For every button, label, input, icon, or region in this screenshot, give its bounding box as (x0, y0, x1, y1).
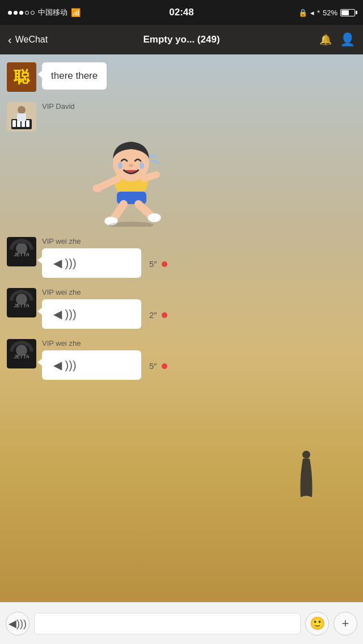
back-label: WeChat (15, 35, 48, 45)
sticker-nobita (77, 113, 179, 227)
avatar-4[interactable]: JETTA (7, 288, 36, 317)
avatar-jetta-1: JETTA (7, 237, 36, 266)
voice-bubble-5[interactable]: ◀ ))) (42, 350, 141, 380)
nav-right-icons: 🔔 👤 (319, 32, 355, 47)
voice-msg-wrapper-5: VIP wei zhe ◀ ))) 5″ (42, 339, 167, 380)
voice-wave-icon-3: ◀ ))) (53, 256, 77, 270)
signal-dot-4 (25, 11, 29, 15)
battery-icon (340, 9, 355, 16)
svg-point-20 (140, 162, 144, 169)
svg-point-6 (18, 106, 26, 114)
avatar-2[interactable] (7, 102, 36, 132)
svg-point-15 (92, 184, 103, 192)
desert-person-decoration (295, 449, 318, 500)
svg-point-13 (147, 213, 161, 222)
message-row-1: 聪 there there (7, 62, 356, 92)
unread-dot-3 (162, 261, 167, 267)
bell-muted-icon[interactable]: 🔔 (319, 33, 332, 46)
sender-name-5: VIP wei zhe (42, 339, 167, 348)
voice-btn-icon: ◀))) (9, 617, 27, 630)
more-button[interactable]: + (334, 612, 357, 635)
svg-point-18 (129, 164, 133, 167)
nav-back-button[interactable]: ‹ WeChat (8, 33, 48, 46)
avatar-3[interactable]: JETTA (7, 237, 36, 266)
nav-title: Empty yo... (249) (143, 34, 220, 45)
svg-rect-7 (17, 113, 26, 121)
wifi-icon: 📶 (71, 8, 81, 17)
text-bubble-1: there there (42, 62, 107, 90)
status-bar: 中国移动 📶 02:48 🔒 ◂ * 52% (0, 0, 363, 25)
signal-dot-3 (19, 11, 23, 15)
message-row-4: JETTA VIP wei zhe ◀ ))) 2″ (7, 288, 356, 329)
status-time: 02:48 (169, 7, 193, 18)
unread-dot-5 (162, 363, 167, 369)
messages-list: 聪 there there (0, 54, 363, 398)
signal-dot-2 (14, 11, 18, 15)
back-chevron-icon: ‹ (8, 33, 12, 46)
sender-name-2: VIP David (42, 102, 179, 111)
bluetooth-icon: * (317, 9, 320, 17)
sticker-column-2: VIP David (42, 102, 179, 227)
nav-bar: ‹ WeChat Empty yo... (249) 🔔 👤 (0, 25, 363, 54)
duration-label-4: 2″ (149, 309, 157, 320)
svg-line-12 (138, 204, 151, 215)
location-icon: ◂ (310, 9, 314, 17)
avatar-kanji-char: 聪 (7, 62, 36, 92)
voice-msg-wrapper-4: VIP wei zhe ◀ ))) 2″ (42, 288, 167, 329)
duration-label-3: 5″ (149, 258, 157, 269)
avatar-jetta-3: JETTA (7, 339, 36, 368)
voice-bubble-3[interactable]: ◀ ))) (42, 248, 141, 278)
voice-msg-wrapper-3: VIP wei zhe ◀ ))) 5″ (42, 237, 167, 278)
svg-rect-5 (26, 120, 29, 127)
emoji-button[interactable]: 🙂 (305, 612, 329, 635)
svg-point-24 (16, 243, 27, 254)
avatar-david-img (7, 102, 36, 132)
bubble-wrapper-1: there there (42, 62, 107, 90)
voice-wave-icon-5: ◀ ))) (53, 358, 77, 372)
avatar-jetta-2: JETTA (7, 288, 36, 317)
status-left: 中国移动 📶 (8, 7, 81, 18)
sender-name-4: VIP wei zhe (42, 288, 167, 296)
signal-dot-1 (8, 11, 12, 15)
avatar-1[interactable]: 聪 (7, 62, 36, 92)
emoji-icon: 🙂 (310, 616, 325, 631)
signal-dot-5 (31, 11, 35, 15)
bottom-toolbar: ◀))) 🙂 + (0, 602, 363, 644)
message-row-2: VIP David (7, 102, 356, 227)
avatar-5[interactable]: JETTA (7, 339, 36, 368)
voice-wave-icon-4: ◀ ))) (53, 307, 77, 321)
svg-point-30 (16, 345, 27, 356)
duration-label-5: 5″ (149, 360, 157, 371)
voice-input-button[interactable]: ◀))) (6, 612, 29, 635)
svg-line-16 (144, 175, 157, 179)
svg-point-31 (302, 451, 310, 459)
plus-icon: + (342, 616, 349, 631)
voice-bubble-4[interactable]: ◀ ))) (42, 299, 141, 329)
svg-rect-2 (12, 120, 16, 127)
sender-name-3: VIP wei zhe (42, 237, 167, 245)
bubble-text-1: there there (51, 70, 98, 81)
message-input[interactable] (34, 613, 301, 634)
carrier-label: 中国移动 (38, 7, 67, 18)
status-right: 🔒 ◂ * 52% (298, 9, 355, 17)
signal-dots (8, 11, 35, 15)
contact-icon[interactable]: 👤 (340, 32, 355, 47)
sticker-container-2 (77, 113, 179, 227)
unread-dot-4 (162, 312, 167, 318)
message-row-5: JETTA VIP wei zhe ◀ ))) 5″ (7, 339, 356, 380)
chat-area: 聪 there there (0, 54, 363, 602)
svg-point-19 (118, 162, 123, 169)
svg-line-10 (114, 204, 124, 218)
lock-icon: 🔒 (298, 9, 307, 17)
message-row-3: JETTA VIP wei zhe ◀ ))) 5″ (7, 237, 356, 278)
battery-fill (341, 10, 349, 15)
battery-percent: 52% (323, 9, 337, 17)
svg-point-27 (16, 294, 27, 305)
